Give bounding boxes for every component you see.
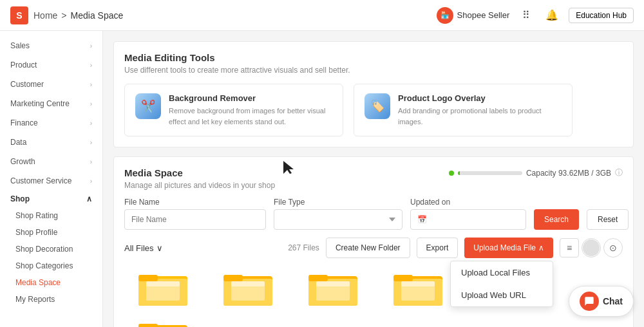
filters-row: File Name File Type Updated on 📅 Search [124,198,623,230]
sidebar-item-shop-categories[interactable]: Shop Categories [0,257,102,274]
chevron-icon: › [90,120,92,127]
user-avatar-button[interactable] [582,238,601,257]
svg-rect-5 [146,281,180,286]
chevron-icon: › [90,178,92,185]
export-button[interactable]: Export [417,238,459,258]
file-name-input[interactable] [124,209,266,230]
folder-item[interactable] [294,266,372,307]
all-files-button[interactable]: All Files ∨ [124,243,163,253]
svg-rect-28 [138,324,158,327]
shop-section-label: Shop [10,194,30,203]
file-type-select[interactable] [274,209,402,230]
sidebar-item-sales[interactable]: Sales › [0,36,102,55]
sidebar-item-customer[interactable]: Customer › [0,75,102,94]
folder-item-scorch[interactable]: Scorch [124,315,202,327]
breadcrumb-home[interactable]: Home [33,10,57,21]
tool-logo-overlay[interactable]: 🏷️ Product Logo Overlay Add branding or … [354,84,573,136]
sidebar-item-marketing[interactable]: Marketing Centre › [0,94,102,113]
seller-label: Shopee Seller [457,10,510,20]
logo-overlay-icon: 🏷️ [365,93,390,119]
capacity-help-icon[interactable]: ⓘ [615,167,623,178]
tool-logo-overlay-info: Product Logo Overlay Add branding or pro… [398,93,562,127]
sidebar-item-data[interactable]: Data › [0,133,102,152]
file-name-label: File Name [124,198,266,207]
capacity-bar [458,171,522,175]
sidebar-item-media-space[interactable]: Media Space [0,274,102,291]
more-options-button[interactable]: ⊙ [603,238,623,257]
sidebar-section-shop[interactable]: Shop ∧ [0,191,102,207]
media-space-card: Media Space Manage all pictures and vide… [113,156,634,327]
folder-icon [137,266,189,307]
upload-btn-wrapper: Upload Media File ∧ Upload Local Files U… [464,238,553,258]
updated-on-filter: Updated on 📅 [410,198,526,230]
breadcrumb: Home > Media Space [33,10,123,21]
svg-rect-8 [223,275,243,281]
sidebar-label-sales: Sales [10,41,30,50]
chat-icon [580,292,599,311]
folder-item[interactable] [124,266,202,307]
sidebar-item-shop-rating[interactable]: Shop Rating [0,207,102,224]
chat-widget[interactable]: Chat [569,286,634,317]
chat-label: Chat [603,296,623,306]
sidebar-label-product: Product [10,61,37,70]
main-content: Media Editing Tools Use different tools … [103,31,644,327]
reset-button[interactable]: Reset [587,209,629,230]
sidebar-label-growth: Growth [10,157,35,166]
chevron-icon: › [90,139,92,146]
search-button[interactable]: Search [534,209,579,230]
sidebar-label-cs: Customer Service [10,176,71,185]
file-type-label: File Type [274,198,402,207]
tool-logo-overlay-name: Product Logo Overlay [398,93,562,103]
upload-url-option[interactable]: Upload Web URL [451,284,553,306]
list-view-button[interactable]: ≡ [560,238,579,257]
calendar-icon: 📅 [417,215,427,224]
sidebar-item-customer-service[interactable]: Customer Service › [0,171,102,191]
editing-tools-card: Media Editing Tools Use different tools … [113,41,634,147]
sidebar-item-shop-profile[interactable]: Shop Profile [0,224,102,241]
upload-dropdown: Upload Local Files Upload Web URL [450,261,553,307]
sidebar-item-finance[interactable]: Finance › [0,113,102,133]
shopee-logo: S [10,6,28,24]
sidebar-item-shop-decoration[interactable]: Shop Decoration [0,241,102,257]
editing-tools-title: Media Editing Tools [124,52,623,63]
chevron-icon: › [90,62,92,69]
svg-rect-18 [393,275,413,281]
grid-icon[interactable]: ⠿ [517,6,535,24]
header-right: 🏪 Shopee Seller ⠿ 🔔 Education Hub [437,6,634,24]
svg-rect-20 [401,281,435,286]
view-icons: ≡ ⊙ [560,238,623,257]
folder-scorch-icon [137,315,189,327]
sidebar-item-growth[interactable]: Growth › [0,152,102,171]
layout: Sales › Product › Customer › Marketing C… [0,31,644,327]
education-hub-button[interactable]: Education Hub [569,8,634,23]
tools-grid: ✂️ Background Remover Remove background … [124,84,623,136]
tool-bg-remover[interactable]: ✂️ Background Remover Remove background … [124,84,343,136]
chevron-icon: › [90,158,92,165]
chevron-icon: › [90,100,92,107]
sidebar-label-data: Data [10,138,26,147]
sidebar-item-my-reports[interactable]: My Reports [0,291,102,308]
folder-icon [392,266,444,307]
user-avatar [583,239,600,256]
folder-item[interactable] [209,266,287,307]
upload-media-button[interactable]: Upload Media File ∧ [464,238,553,258]
date-picker[interactable]: 📅 [410,209,526,230]
all-files-label: All Files [124,243,154,253]
svg-rect-13 [308,275,328,281]
sidebar-item-product[interactable]: Product › [0,55,102,75]
editing-tools-desc: Use different tools to create more attra… [124,66,623,75]
bg-remover-icon: ✂️ [135,93,161,119]
folder-item[interactable] [379,266,457,307]
svg-rect-3 [138,275,158,281]
sidebar-label-finance: Finance [10,118,38,127]
create-folder-button[interactable]: Create New Folder [326,238,410,258]
svg-rect-10 [231,281,265,286]
capacity-label: Capacity 93.62MB / 3GB [526,169,611,178]
upload-label: Upload Media File [473,243,536,252]
header: S Home > Media Space 🏪 Shopee Seller ⠿ 🔔… [0,0,644,31]
svg-rect-15 [316,281,350,286]
folder-icon [307,266,359,307]
upload-local-option[interactable]: Upload Local Files [451,261,553,284]
tool-bg-remover-info: Background Remover Remove background fro… [169,93,332,127]
bell-icon[interactable]: 🔔 [543,6,561,24]
